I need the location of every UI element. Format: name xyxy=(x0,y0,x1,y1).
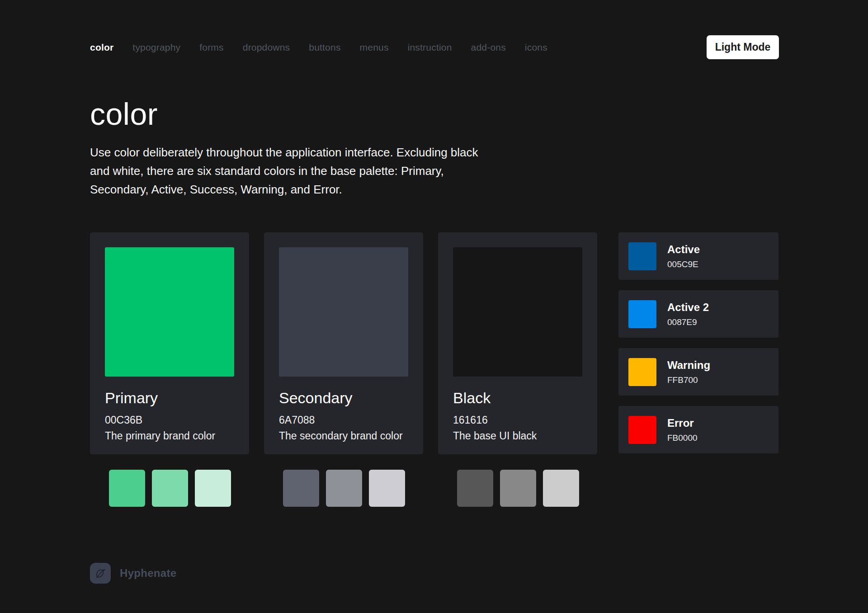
color-name: Error xyxy=(667,417,698,429)
tint-swatch xyxy=(109,470,145,507)
tab-color[interactable]: color xyxy=(90,42,113,53)
color-card-black: Black 161616 The base UI black xyxy=(438,232,597,454)
primary-tint-row xyxy=(109,470,249,507)
color-name: Active xyxy=(667,243,700,256)
color-name: Warning xyxy=(667,359,710,372)
active-2-swatch xyxy=(628,300,656,328)
tint-swatch xyxy=(543,470,579,507)
color-hex: 161616 xyxy=(453,414,582,426)
style-guide-page: color typography forms dropdowns buttons… xyxy=(0,0,868,613)
tint-swatch xyxy=(457,470,493,507)
primary-swatch xyxy=(105,247,234,377)
black-swatch xyxy=(453,247,582,377)
error-swatch xyxy=(628,416,656,444)
side-card-error: Error FB0000 xyxy=(618,406,778,453)
tint-swatch xyxy=(152,470,188,507)
brand-name: Hyphenate xyxy=(120,567,176,580)
side-card-warning: Warning FFB700 xyxy=(618,348,778,396)
warning-swatch xyxy=(628,358,656,386)
tint-swatch xyxy=(369,470,405,507)
black-tint-row xyxy=(457,470,597,507)
tab-icons[interactable]: icons xyxy=(525,42,547,53)
tab-buttons[interactable]: buttons xyxy=(309,42,340,53)
side-card-active: Active 005C9E xyxy=(618,232,778,280)
palette-row: Primary 00C36B The primary brand color S… xyxy=(90,232,779,507)
active-swatch xyxy=(628,242,656,270)
secondary-swatch xyxy=(279,247,408,377)
color-hex: 00C36B xyxy=(105,414,234,426)
color-name: Active 2 xyxy=(667,301,709,314)
top-nav: color typography forms dropdowns buttons… xyxy=(90,42,547,53)
color-hex: 6A7088 xyxy=(279,414,408,426)
tint-swatch xyxy=(195,470,231,507)
tint-swatch xyxy=(500,470,536,507)
color-hex: 0087E9 xyxy=(667,317,709,327)
color-hex: 005C9E xyxy=(667,259,700,269)
black-column: Black 161616 The base UI black xyxy=(438,232,597,507)
tab-menus[interactable]: menus xyxy=(360,42,389,53)
page-title: color xyxy=(90,96,779,132)
hyphenate-logo-icon xyxy=(90,563,111,584)
color-description: The primary brand color xyxy=(105,430,234,442)
primary-column: Primary 00C36B The primary brand color xyxy=(90,232,249,507)
color-name: Primary xyxy=(105,389,234,407)
secondary-column: Secondary 6A7088 The secondary brand col… xyxy=(264,232,423,507)
color-name: Black xyxy=(453,389,582,407)
color-card-secondary: Secondary 6A7088 The secondary brand col… xyxy=(264,232,423,454)
secondary-tint-row xyxy=(283,470,423,507)
color-card-primary: Primary 00C36B The primary brand color xyxy=(90,232,249,454)
color-hex: FB0000 xyxy=(667,433,698,443)
color-name: Secondary xyxy=(279,389,408,407)
tint-swatch xyxy=(283,470,319,507)
color-description: The secondary brand color xyxy=(279,430,408,442)
top-bar: color typography forms dropdowns buttons… xyxy=(90,0,779,59)
tint-swatch xyxy=(326,470,362,507)
tab-dropdowns[interactable]: dropdowns xyxy=(243,42,290,53)
footer-brand-link[interactable]: Hyphenate xyxy=(90,563,176,584)
color-description: The base UI black xyxy=(453,430,582,442)
tab-instruction[interactable]: instruction xyxy=(408,42,452,53)
accent-color-column: Active 005C9E Active 2 0087E9 Warning xyxy=(618,232,778,507)
tab-typography[interactable]: typography xyxy=(132,42,180,53)
intro-text: Use color deliberately throughout the ap… xyxy=(90,143,490,199)
side-card-active-2: Active 2 0087E9 xyxy=(618,290,778,338)
tab-forms[interactable]: forms xyxy=(199,42,224,53)
light-mode-button[interactable]: Light Mode xyxy=(707,35,779,59)
color-hex: FFB700 xyxy=(667,375,710,385)
tab-add-ons[interactable]: add-ons xyxy=(471,42,506,53)
